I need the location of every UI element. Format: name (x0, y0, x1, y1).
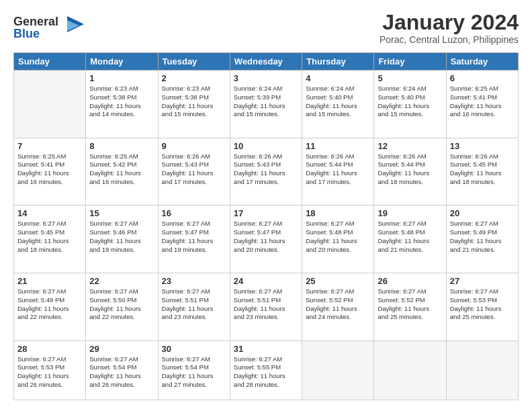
weekday-thursday: Thursday (302, 53, 374, 71)
week-row-5: 28Sunrise: 6:27 AMSunset: 5:53 PMDayligh… (14, 340, 519, 400)
day-info: Sunrise: 6:27 AMSunset: 5:47 PMDaylight:… (162, 220, 226, 254)
day-cell: 29Sunrise: 6:27 AMSunset: 5:54 PMDayligh… (86, 340, 158, 400)
day-cell: 19Sunrise: 6:27 AMSunset: 5:48 PMDayligh… (374, 205, 446, 273)
day-info: Sunrise: 6:26 AMSunset: 5:43 PMDaylight:… (162, 152, 226, 187)
day-info: Sunrise: 6:27 AMSunset: 5:51 PMDaylight:… (162, 287, 226, 322)
day-number: 19 (378, 208, 442, 218)
svg-text:Blue: Blue (13, 27, 40, 40)
day-cell (14, 71, 86, 138)
day-info: Sunrise: 6:25 AMSunset: 5:41 PMDaylight:… (450, 85, 515, 119)
day-info: Sunrise: 6:27 AMSunset: 5:54 PMDaylight:… (89, 355, 154, 390)
day-number: 21 (17, 276, 82, 286)
month-title: January 2024 (380, 11, 519, 34)
day-info: Sunrise: 6:27 AMSunset: 5:49 PMDaylight:… (450, 220, 515, 254)
day-info: Sunrise: 6:24 AMSunset: 5:40 PMDaylight:… (306, 85, 370, 119)
title-block: January 2024 Porac, Central Luzon, Phili… (380, 11, 519, 45)
day-cell: 2Sunrise: 6:23 AMSunset: 5:38 PMDaylight… (158, 71, 230, 138)
day-cell (446, 340, 518, 400)
day-cell (374, 340, 446, 400)
day-number: 28 (17, 344, 82, 354)
weekday-saturday: Saturday (446, 53, 518, 71)
day-info: Sunrise: 6:26 AMSunset: 5:45 PMDaylight:… (450, 152, 515, 187)
day-cell: 16Sunrise: 6:27 AMSunset: 5:47 PMDayligh… (158, 205, 230, 273)
day-cell: 4Sunrise: 6:24 AMSunset: 5:40 PMDaylight… (302, 71, 374, 138)
day-info: Sunrise: 6:27 AMSunset: 5:53 PMDaylight:… (450, 287, 515, 322)
weekday-tuesday: Tuesday (158, 53, 230, 71)
day-cell: 28Sunrise: 6:27 AMSunset: 5:53 PMDayligh… (14, 340, 86, 400)
calendar-table: SundayMondayTuesdayWednesdayThursdayFrid… (13, 52, 519, 400)
day-cell: 18Sunrise: 6:27 AMSunset: 5:48 PMDayligh… (302, 205, 374, 273)
day-cell: 7Sunrise: 6:25 AMSunset: 5:41 PMDaylight… (14, 138, 86, 205)
day-number: 7 (17, 141, 82, 151)
day-info: Sunrise: 6:27 AMSunset: 5:49 PMDaylight:… (17, 287, 82, 322)
weekday-wednesday: Wednesday (230, 53, 302, 71)
day-cell: 17Sunrise: 6:27 AMSunset: 5:47 PMDayligh… (230, 205, 302, 273)
day-cell: 5Sunrise: 6:24 AMSunset: 5:40 PMDaylight… (374, 71, 446, 138)
day-info: Sunrise: 6:23 AMSunset: 5:38 PMDaylight:… (162, 85, 226, 119)
day-number: 4 (306, 73, 370, 83)
day-number: 13 (450, 141, 515, 151)
weekday-sunday: Sunday (14, 53, 86, 71)
week-row-3: 14Sunrise: 6:27 AMSunset: 5:45 PMDayligh… (14, 205, 519, 273)
week-row-2: 7Sunrise: 6:25 AMSunset: 5:41 PMDaylight… (14, 138, 519, 205)
day-number: 2 (162, 73, 226, 83)
day-info: Sunrise: 6:26 AMSunset: 5:44 PMDaylight:… (306, 152, 370, 187)
day-cell: 21Sunrise: 6:27 AMSunset: 5:49 PMDayligh… (14, 273, 86, 340)
day-number: 24 (234, 276, 298, 286)
day-number: 31 (234, 344, 298, 354)
day-cell: 6Sunrise: 6:25 AMSunset: 5:41 PMDaylight… (446, 71, 518, 138)
day-cell: 22Sunrise: 6:27 AMSunset: 5:50 PMDayligh… (86, 273, 158, 340)
day-number: 27 (450, 276, 515, 286)
day-cell: 14Sunrise: 6:27 AMSunset: 5:45 PMDayligh… (14, 205, 86, 273)
day-number: 9 (162, 141, 226, 151)
day-info: Sunrise: 6:27 AMSunset: 5:46 PMDaylight:… (89, 220, 154, 254)
day-number: 30 (162, 344, 226, 354)
day-cell (302, 340, 374, 400)
day-number: 10 (234, 141, 298, 151)
day-number: 22 (89, 276, 154, 286)
day-info: Sunrise: 6:25 AMSunset: 5:41 PMDaylight:… (17, 152, 82, 187)
day-cell: 23Sunrise: 6:27 AMSunset: 5:51 PMDayligh… (158, 273, 230, 340)
day-cell: 31Sunrise: 6:27 AMSunset: 5:55 PMDayligh… (230, 340, 302, 400)
day-info: Sunrise: 6:27 AMSunset: 5:52 PMDaylight:… (378, 287, 442, 322)
svg-text:General: General (13, 15, 58, 28)
day-info: Sunrise: 6:27 AMSunset: 5:45 PMDaylight:… (17, 220, 82, 254)
day-cell: 24Sunrise: 6:27 AMSunset: 5:51 PMDayligh… (230, 273, 302, 340)
day-info: Sunrise: 6:27 AMSunset: 5:48 PMDaylight:… (306, 220, 370, 254)
day-number: 5 (378, 73, 442, 83)
logo-text: General Blue (13, 11, 87, 46)
day-info: Sunrise: 6:27 AMSunset: 5:48 PMDaylight:… (378, 220, 442, 254)
day-cell: 1Sunrise: 6:23 AMSunset: 5:38 PMDaylight… (86, 71, 158, 138)
day-number: 25 (306, 276, 370, 286)
day-cell: 26Sunrise: 6:27 AMSunset: 5:52 PMDayligh… (374, 273, 446, 340)
day-info: Sunrise: 6:27 AMSunset: 5:53 PMDaylight:… (17, 355, 82, 390)
day-cell: 8Sunrise: 6:25 AMSunset: 5:42 PMDaylight… (86, 138, 158, 205)
day-number: 16 (162, 208, 226, 218)
day-cell: 12Sunrise: 6:26 AMSunset: 5:44 PMDayligh… (374, 138, 446, 205)
day-info: Sunrise: 6:27 AMSunset: 5:54 PMDaylight:… (162, 355, 226, 390)
day-info: Sunrise: 6:24 AMSunset: 5:39 PMDaylight:… (234, 85, 298, 119)
week-row-1: 1Sunrise: 6:23 AMSunset: 5:38 PMDaylight… (14, 71, 519, 138)
day-number: 29 (89, 344, 154, 354)
day-info: Sunrise: 6:27 AMSunset: 5:50 PMDaylight:… (89, 287, 154, 322)
day-number: 1 (89, 73, 154, 83)
weekday-header-row: SundayMondayTuesdayWednesdayThursdayFrid… (14, 53, 519, 71)
day-number: 18 (306, 208, 370, 218)
page: General Blue January 2024 Porac, Central… (0, 0, 532, 411)
day-number: 26 (378, 276, 442, 286)
day-info: Sunrise: 6:25 AMSunset: 5:42 PMDaylight:… (89, 152, 154, 187)
header: General Blue January 2024 Porac, Central… (13, 11, 519, 46)
day-cell: 20Sunrise: 6:27 AMSunset: 5:49 PMDayligh… (446, 205, 518, 273)
day-info: Sunrise: 6:27 AMSunset: 5:47 PMDaylight:… (234, 220, 298, 254)
day-info: Sunrise: 6:27 AMSunset: 5:52 PMDaylight:… (306, 287, 370, 322)
day-cell: 9Sunrise: 6:26 AMSunset: 5:43 PMDaylight… (158, 138, 230, 205)
day-number: 17 (234, 208, 298, 218)
day-info: Sunrise: 6:26 AMSunset: 5:44 PMDaylight:… (378, 152, 442, 187)
day-cell: 27Sunrise: 6:27 AMSunset: 5:53 PMDayligh… (446, 273, 518, 340)
week-row-4: 21Sunrise: 6:27 AMSunset: 5:49 PMDayligh… (14, 273, 519, 340)
day-cell: 25Sunrise: 6:27 AMSunset: 5:52 PMDayligh… (302, 273, 374, 340)
day-number: 15 (89, 208, 154, 218)
day-number: 6 (450, 73, 515, 83)
day-number: 11 (306, 141, 370, 151)
day-cell: 15Sunrise: 6:27 AMSunset: 5:46 PMDayligh… (86, 205, 158, 273)
